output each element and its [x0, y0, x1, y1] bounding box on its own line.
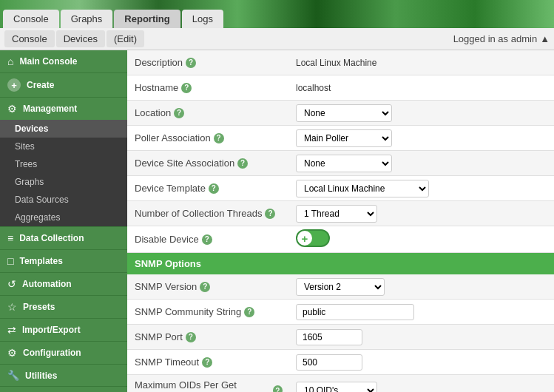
help-icon-threads[interactable]: ? — [265, 209, 275, 219]
help-icon-snmp-community[interactable]: ? — [244, 307, 254, 317]
field-disable-device: Disable Device ? + — [127, 226, 554, 253]
threads-select[interactable]: 1 Thread — [296, 205, 377, 223]
hostname-value: localhost — [296, 83, 331, 93]
sidebar-item-troubleshooting[interactable]: ? Troubleshooting — [0, 386, 127, 392]
sidebar-item-main-console[interactable]: ⌂ Main Console — [0, 50, 127, 72]
field-description: Description ? Local Linux Machine — [127, 50, 554, 75]
tab-logs[interactable]: Logs — [182, 10, 223, 28]
field-snmp-timeout: SNMP Timeout ? — [127, 350, 554, 375]
breadcrumb-devices[interactable]: Devices — [56, 30, 105, 47]
snmp-timeout-input[interactable] — [296, 354, 362, 371]
snmp-port-input[interactable] — [296, 329, 362, 345]
sidebar-sub-data-sources[interactable]: Data Sources — [0, 191, 127, 209]
field-device-template: Device Template ? Local Linux Machine — [127, 176, 554, 201]
field-snmp-port: SNMP Port ? — [127, 325, 554, 350]
sidebar-sub-trees[interactable]: Trees — [0, 155, 127, 173]
sidebar-sub-devices[interactable]: Devices — [0, 120, 127, 138]
sidebar-item-data-collection[interactable]: ≡ Data Collection — [0, 226, 127, 249]
sidebar-sub-aggregates[interactable]: Aggregates — [0, 209, 127, 226]
field-device-site: Device Site Association ? None — [127, 151, 554, 176]
location-select[interactable]: None — [296, 104, 392, 122]
field-max-oids: Maximum OIDs Per Get Request ? 10 OID's — [127, 375, 554, 392]
max-oids-select[interactable]: 10 OID's — [296, 382, 377, 392]
help-icon-max-oids[interactable]: ? — [273, 385, 283, 392]
poller-select[interactable]: Main Poller — [296, 129, 392, 147]
sidebar-item-create[interactable]: + Create — [0, 72, 127, 97]
field-hostname: Hostname ? localhost — [127, 75, 554, 101]
help-icon-snmp-timeout[interactable]: ? — [202, 357, 212, 368]
tab-reporting[interactable]: Reporting — [114, 10, 180, 28]
sidebar-sub-sites[interactable]: Sites — [0, 138, 127, 155]
help-icon-site[interactable]: ? — [237, 158, 248, 169]
sidebar-item-templates[interactable]: □ Templates — [0, 249, 127, 272]
sidebar-sub-graphs[interactable]: Graphs — [0, 173, 127, 191]
snmp-options-header: SNMP Options — [127, 253, 554, 274]
sidebar-item-configuration[interactable]: ⚙ Configuration — [0, 341, 127, 364]
field-snmp-version: SNMP Version ? Version 2 — [127, 274, 554, 300]
field-poller-association: Poller Association ? Main Poller — [127, 126, 554, 151]
sidebar-item-automation[interactable]: ↺ Automation — [0, 272, 127, 295]
help-icon-template[interactable]: ? — [209, 183, 219, 194]
snmp-community-input[interactable] — [296, 304, 414, 320]
help-icon-snmp-port[interactable]: ? — [186, 332, 196, 342]
help-icon-location[interactable]: ? — [174, 108, 184, 118]
logged-in-status: Logged in as admin ▲ — [453, 33, 550, 44]
disable-device-toggle[interactable]: + — [296, 229, 330, 247]
sidebar-item-management[interactable]: ⚙ Management — [0, 97, 127, 120]
help-icon-poller[interactable]: ? — [214, 133, 224, 143]
device-template-select[interactable]: Local Linux Machine — [296, 180, 429, 197]
sidebar-item-import-export[interactable]: ⇄ Import/Export — [0, 318, 127, 341]
snmp-version-select[interactable]: Version 2 — [296, 278, 385, 296]
help-icon-snmp-version[interactable]: ? — [200, 282, 210, 292]
device-site-select[interactable]: None — [296, 155, 392, 172]
help-icon-hostname[interactable]: ? — [181, 83, 192, 93]
description-value: Local Linux Machine — [296, 58, 376, 68]
help-icon-description[interactable]: ? — [186, 58, 196, 68]
tab-graphs[interactable]: Graphs — [61, 10, 113, 28]
field-location: Location ? None — [127, 101, 554, 126]
breadcrumb-console[interactable]: Console — [4, 30, 55, 47]
sidebar-item-presets[interactable]: ☆ Presets — [0, 295, 127, 318]
breadcrumb-edit[interactable]: (Edit) — [107, 30, 144, 47]
field-collection-threads: Number of Collection Threads ? 1 Thread — [127, 201, 554, 226]
help-icon-disable[interactable]: ? — [202, 234, 212, 245]
tab-console[interactable]: Console — [3, 10, 59, 28]
field-snmp-community: SNMP Community String ? — [127, 300, 554, 325]
sidebar-item-utilities[interactable]: 🔧 Utilities — [0, 364, 127, 386]
